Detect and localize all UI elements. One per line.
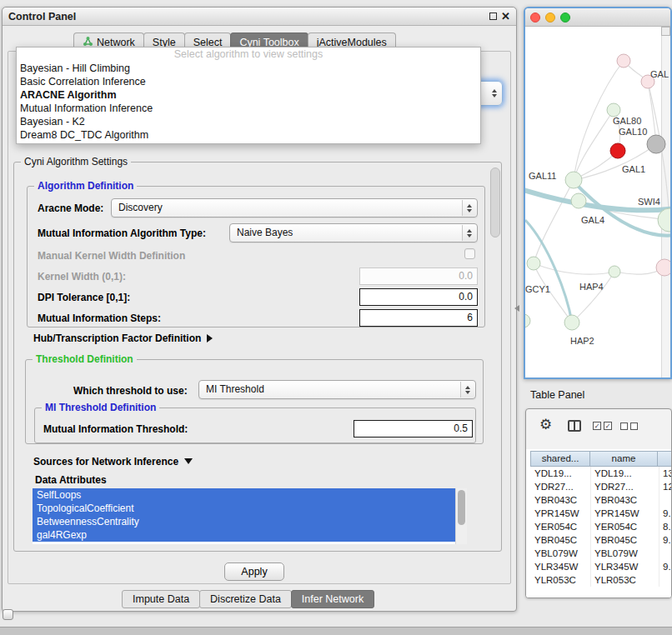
table-row[interactable]: YDL19...YDL19...13 [531,467,672,480]
tab-infer-network[interactable]: Infer Network [291,590,374,608]
combo-arrows-icon [460,382,474,398]
which-threshold-select[interactable]: MI Threshold [198,380,476,399]
dpi-tolerance-field[interactable]: 0.0 [359,288,478,306]
control-panel-titlebar[interactable]: Control Panel ✕ [3,8,516,26]
list-item[interactable]: BetweennessCentrality [33,515,455,528]
mi-steps-label: Mutual Information Steps: [38,312,161,324]
mi-type-select[interactable]: Naive Bayes [229,223,478,242]
tab-impute-data[interactable]: Impute Data [122,590,200,608]
data-attributes-list: SelfLoops TopologicalCoefficient Between… [33,488,467,544]
columns-icon[interactable] [568,420,581,432]
node-label: HAP4 [579,282,604,292]
zoom-button[interactable] [560,12,570,22]
float-window-icon[interactable] [489,12,497,20]
mi-type-label: Mutual Information Algorithm Type: [38,228,206,239]
network-node[interactable] [607,103,620,117]
network-node[interactable] [525,314,530,328]
mi-threshold-label: Mutual Information Threshold: [43,423,188,435]
network-node[interactable] [656,259,670,276]
dpi-tolerance-label: DPI Tolerance [0,1]: [38,292,130,303]
gear-icon[interactable]: ⚙ [539,417,552,433]
combo-arrows-icon [462,200,476,216]
select-unchecked-icon[interactable] [620,422,638,430]
column-header[interactable]: shared... [530,451,590,467]
network-node-highlighted[interactable] [610,143,625,158]
list-item[interactable]: TopologicalCoefficient [33,502,455,515]
cell: YBR043C [531,493,591,507]
select-checked-icon[interactable]: ✓ ✓ [593,422,612,430]
group-title: Threshold Definition [33,353,137,366]
network-node[interactable] [527,257,540,270]
network-node[interactable] [565,172,582,188]
close-icon[interactable]: ✕ [501,10,510,22]
algorithm-option[interactable]: Bayesian - Hill Climbing [17,62,480,75]
algorithm-option[interactable]: Mutual Information Inference [17,102,480,115]
table-row[interactable]: YPR145WYPR145W9. [531,507,672,520]
list-item[interactable]: SelfLoops [33,488,455,502]
list-scrollbar[interactable] [455,488,467,544]
table-row[interactable]: YBL079WYBL079W [531,547,672,560]
list-item[interactable]: gal4RGexp [33,528,455,542]
cell: 9. [659,560,672,573]
hub-tf-section-toggle[interactable]: Hub/Transcription Factor Definition [33,332,213,344]
kernel-width-field[interactable]: 0.0 [359,268,478,285]
panel-toggle-icon[interactable] [3,609,13,620]
scrollbar-thumb[interactable] [458,490,465,525]
cell: 12 [659,480,672,493]
table-row[interactable]: YLR053CYLR053C [531,573,672,587]
table-toolbar: ⚙ ✓ ✓ [526,409,671,449]
settings-scrollbar[interactable] [490,168,500,238]
combo-arrows-icon [487,82,501,104]
table-row[interactable]: YDR27...YDR27...12 [531,480,672,493]
cell [659,547,672,560]
network-node[interactable] [571,193,586,208]
node-label: GAL80 [613,116,641,126]
control-panel-window: Control Panel ✕ Network Style Select Cyn… [2,7,517,612]
cell: 9. [659,533,672,547]
node-label: GAL11 [529,171,556,181]
table-row[interactable]: YBR043CYBR043C [531,493,672,507]
network-window-titlebar[interactable] [525,8,670,27]
algorithm-option[interactable]: Basic Correlation Inference [17,75,480,88]
network-canvas[interactable]: GAL GAL80 GAL10 GAL11 GAL1 SWI4 GAL4 GCY… [525,27,670,378]
which-threshold-label: Which threshold to use: [73,385,188,397]
algorithm-option[interactable]: Bayesian - K2 [17,115,480,128]
manual-kernel-checkbox[interactable] [464,248,475,259]
cell: YBL079W [531,547,591,560]
table-row[interactable]: YBR045CYBR045C9. [531,533,672,547]
node-label: GCY1 [525,284,550,294]
column-header[interactable]: name [589,451,658,467]
aracne-mode-select[interactable]: Discovery [111,198,478,218]
node-label: GAL [650,69,669,79]
table-row[interactable]: YLR345WYLR345W9. [531,560,672,573]
sources-section-toggle[interactable]: Sources for Network Inference [33,456,193,468]
mi-threshold-field[interactable]: 0.5 [354,420,473,438]
background-window-edge [0,627,672,635]
expanded-arrow-icon [184,458,193,464]
algorithm-option[interactable]: Dream8 DC_TDC Algorithm [17,128,480,142]
table-row[interactable]: YER054CYER054C8. [531,520,672,533]
algorithm-option-highlighted[interactable]: ARACNE Algorithm [17,88,480,102]
cyni-algorithm-settings-group: Cyni Algorithm Settings Algorithm Defini… [13,162,502,552]
mi-threshold-group: MI Threshold Definition Mutual Informati… [34,408,476,443]
minimize-button[interactable] [545,12,555,22]
checkbox-empty-icon [620,422,628,430]
column-header[interactable] [657,451,672,467]
mi-steps-field[interactable]: 6 [359,309,478,327]
tab-discretize-data[interactable]: Discretize Data [199,590,292,608]
network-node[interactable] [609,266,620,278]
kernel-width-label: Kernel Width (0,1): [38,271,126,282]
aracne-mode-label: Aracne Mode: [38,202,103,214]
apply-button[interactable]: Apply [224,562,284,581]
network-node[interactable] [564,315,579,330]
network-node[interactable] [617,54,630,68]
group-title: Algorithm Definition [34,180,137,192]
node-table: shared... name YDL19...YDL19...13 YDR27.… [526,449,672,598]
splitter-collapse-icon[interactable] [514,305,519,312]
table-panel-window: ⚙ ✓ ✓ shared... name YDL19...YDL19...13 … [525,408,672,598]
cell: YPR145W [531,507,591,520]
cell: YLR053C [591,573,659,587]
cell [659,493,672,507]
close-button[interactable] [530,12,540,22]
network-node-selected[interactable] [647,135,665,153]
